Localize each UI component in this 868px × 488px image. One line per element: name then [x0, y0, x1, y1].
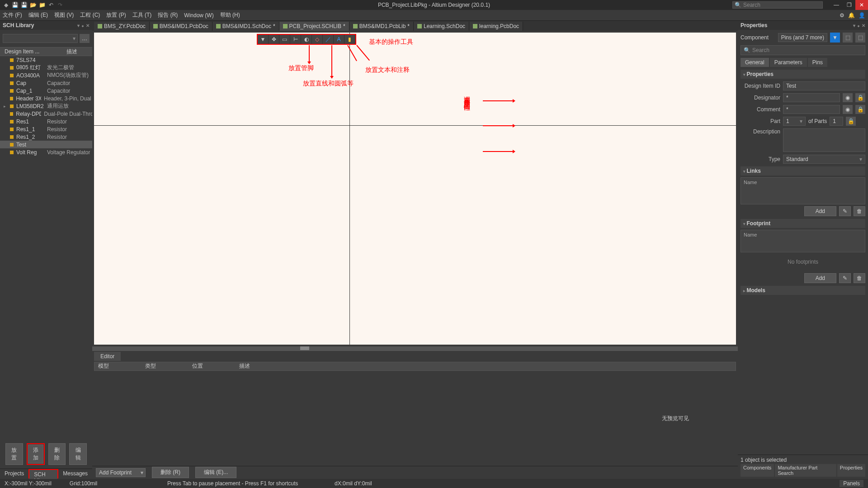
bell-icon[interactable]: 🔔 [848, 12, 855, 19]
editor-list[interactable] [94, 371, 611, 466]
menu-place[interactable]: 放置 (P) [106, 11, 126, 19]
footprint-delete-icon[interactable]: 🗑 [854, 273, 865, 283]
footprint-add-button[interactable]: Add [804, 273, 836, 283]
schematic-canvas[interactable]: ▼ ✥ ▭ ⊢ ◐ ◇ ／ A ▮ 基本的操作工具 放置管脚 放置直线和圆弧等 … [94, 33, 736, 345]
tab-general[interactable]: General [741, 58, 769, 67]
document-tab[interactable]: BMS_ZY.PcbDoc [94, 22, 150, 31]
line-icon[interactable]: ／ [323, 35, 334, 44]
panel-close-icon[interactable]: ✕ [862, 23, 865, 28]
menu-help[interactable]: 帮助 (H) [220, 11, 240, 19]
folder-icon[interactable]: 📁 [39, 2, 45, 8]
library-item[interactable]: Test [0, 141, 92, 148]
panel-menu-icon[interactable]: ▾ [853, 23, 855, 28]
input-design-item-id[interactable]: Test [783, 81, 865, 90]
filter-funnel-icon[interactable]: ▼ [830, 33, 840, 43]
select-children-icon[interactable]: ⬚ [855, 33, 865, 43]
redo-icon[interactable]: ↷ [57, 2, 63, 8]
gear-icon[interactable]: ⚙ [840, 12, 844, 19]
document-tab[interactable]: Learning.SchDoc [414, 22, 469, 31]
h-scrollbar[interactable] [92, 346, 738, 351]
pins-chip[interactable]: Pins (and 7 more) [778, 33, 827, 42]
library-item[interactable]: LM358DR2通用运放 [0, 102, 92, 110]
col-model[interactable]: 模型 [98, 362, 109, 370]
panel-close-icon[interactable]: ✕ [86, 23, 90, 28]
open-icon[interactable]: 📂 [30, 2, 36, 8]
select-parent-icon[interactable]: ⬚ [843, 33, 853, 43]
menu-window[interactable]: Window (W) [184, 12, 213, 19]
footprint-list[interactable]: Name [741, 230, 865, 252]
library-item[interactable]: Res1Resistor [0, 118, 92, 125]
library-item[interactable]: Relay-DPDTDual-Pole Dual-Throw [0, 110, 92, 118]
ieee-icon[interactable]: ◐ [301, 35, 312, 44]
lock-icon[interactable]: 🔒 [855, 105, 865, 114]
tab-properties[interactable]: Properties [837, 464, 865, 477]
component-icon[interactable]: ▮ [344, 35, 355, 44]
document-tab[interactable]: PCB_Project.SCHLIB* [279, 22, 349, 31]
input-description[interactable] [783, 128, 865, 152]
document-tab[interactable]: BMS&IMD1.SchDoc* [212, 22, 279, 31]
tab-mfr-search[interactable]: Manufacturer Part Search [775, 464, 836, 477]
visibility-icon[interactable]: ◉ [843, 93, 853, 102]
col-pos[interactable]: 位置 [192, 362, 203, 370]
undo-icon[interactable]: ↶ [48, 2, 54, 8]
library-item[interactable]: Volt RegVoltage Regulator [0, 148, 92, 156]
library-item[interactable]: Header 3X2Header, 3-Pin, Dual ro [0, 95, 92, 102]
menu-edit[interactable]: 编辑 (E) [28, 11, 48, 19]
input-of-parts[interactable]: 1 [830, 117, 843, 126]
save-icon[interactable]: 💾 [12, 2, 18, 8]
tab-projects[interactable]: Projects [0, 469, 28, 479]
tab-components[interactable]: Components [741, 464, 774, 477]
move-icon[interactable]: ✥ [269, 35, 279, 44]
tab-parameters[interactable]: Parameters [770, 58, 807, 67]
library-item[interactable]: Res1_1Resistor [0, 125, 92, 133]
document-tab[interactable]: learning.PcbDoc [469, 22, 523, 31]
links-add-button[interactable]: Add [804, 206, 836, 216]
links-edit-icon[interactable]: ✎ [839, 206, 851, 216]
library-list[interactable]: 7SLS740805 红灯发光二极管AO3400ANMOS(场效应管)CapCa… [0, 56, 92, 440]
panel-pin-icon[interactable]: ⬥ [81, 23, 84, 28]
properties-body[interactable]: Properties Design Item ID Test Designato… [738, 67, 868, 455]
rect-icon[interactable]: ▭ [279, 35, 290, 44]
input-part[interactable]: 1▾ [783, 117, 806, 126]
properties-search[interactable]: 🔍 Search [741, 45, 865, 55]
add-button[interactable]: 添加 [28, 445, 43, 464]
document-tab[interactable]: BMS&IMD1.PcbLib* [349, 22, 414, 31]
library-filter-more[interactable]: … [80, 34, 90, 43]
minimize-button[interactable]: — [830, 0, 843, 10]
menu-project[interactable]: 工程 (C) [80, 11, 100, 19]
edit-button[interactable]: 编辑 [69, 443, 87, 465]
col-description[interactable]: 描述 [66, 48, 77, 56]
library-item[interactable]: Cap_1Capacitor [0, 87, 92, 95]
editor-tab[interactable]: Editor [94, 352, 121, 361]
footprint-edit-icon[interactable]: ✎ [839, 273, 851, 283]
global-search[interactable]: 🔍 Search [732, 1, 823, 9]
section-models[interactable]: Models [741, 286, 865, 295]
links-list[interactable]: Name [741, 177, 865, 204]
tab-messages[interactable]: Messages [58, 469, 92, 479]
menu-report[interactable]: 报告 (R) [158, 11, 178, 19]
section-properties[interactable]: Properties [741, 70, 865, 79]
footprint-delete-button[interactable]: 删除 (R) [152, 467, 189, 478]
pin-icon[interactable]: ⊢ [290, 35, 301, 44]
library-item[interactable]: CapCapacitor [0, 79, 92, 87]
library-item[interactable]: 0805 红灯发光二极管 [0, 64, 92, 71]
input-designator[interactable]: * [783, 93, 840, 102]
panels-button[interactable]: Panels [840, 480, 863, 487]
footprint-edit-button[interactable]: 编辑 (E)... [195, 467, 236, 478]
delete-button[interactable]: 删除 [48, 443, 66, 465]
library-filter-combo[interactable]: ▾ [3, 34, 78, 43]
user-icon[interactable]: 👤 [859, 12, 865, 19]
panel-pin-icon[interactable]: ⬥ [857, 23, 860, 28]
col-design-item[interactable]: Design Item ... [5, 48, 39, 55]
menu-view[interactable]: 视图 (V) [54, 11, 74, 19]
visibility-icon[interactable]: ◉ [843, 105, 853, 114]
lock-icon[interactable]: 🔒 [846, 117, 856, 126]
maximize-button[interactable]: ❐ [843, 0, 855, 10]
polygon-erase-icon[interactable]: ◇ [312, 35, 323, 44]
filter-icon[interactable]: ▼ [258, 35, 269, 44]
library-item[interactable]: AO3400ANMOS(场效应管) [0, 71, 92, 79]
tab-pins[interactable]: Pins [808, 58, 827, 67]
col-type[interactable]: 类型 [145, 362, 156, 370]
place-button[interactable]: 放置 [5, 443, 23, 465]
col-desc[interactable]: 描述 [239, 362, 250, 370]
